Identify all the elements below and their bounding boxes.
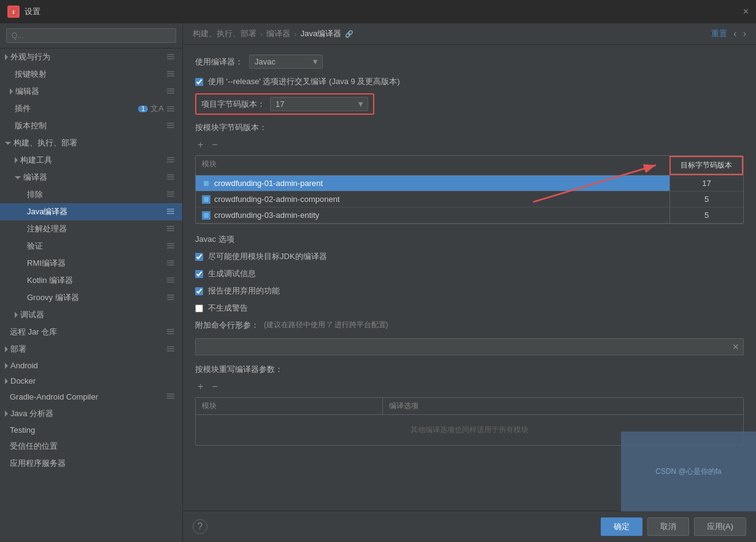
svg-rect-4: [167, 58, 174, 60]
settings-icon-groovy: [166, 293, 175, 303]
svg-rect-12: [167, 109, 174, 110]
svg-rect-32: [167, 243, 174, 244]
svg-rect-40: [167, 282, 174, 283]
sidebar-item-rmi[interactable]: RMI编译器: [0, 255, 182, 272]
sidebar-item-compiler[interactable]: 编译器: [0, 169, 182, 186]
svg-text:I: I: [13, 9, 15, 15]
sidebar-item-deployment[interactable]: 部署: [0, 341, 182, 358]
remove-module-button[interactable]: −: [209, 138, 220, 152]
sidebar-item-debugger[interactable]: 调试器: [0, 306, 182, 323]
use-release-checkbox[interactable]: [195, 78, 203, 86]
sidebar-item-annotation[interactable]: 注解处理器: [0, 220, 182, 238]
sidebar-item-build-tools[interactable]: 构建工具: [0, 152, 182, 169]
add-overwrite-button[interactable]: +: [195, 380, 206, 393]
sidebar-item-label: 受信任的位置: [10, 441, 58, 452]
sidebar-item-label: 外观与行为: [10, 52, 50, 63]
sidebar-item-label: 构建工具: [20, 155, 52, 166]
search-input[interactable]: [6, 28, 176, 43]
sidebar-item-validate[interactable]: 验证: [0, 238, 182, 255]
clear-icon[interactable]: ✕: [732, 342, 739, 352]
apply-button[interactable]: 应用(A): [694, 517, 746, 536]
sidebar-item-label: Gradle-Android Compiler: [10, 392, 98, 401]
sidebar-item-label: Testing: [10, 425, 35, 435]
bytecode-version-box: 项目字节码版本： 17 11 8 ▼: [195, 93, 374, 115]
col-target-header: 目标字节码版本: [669, 156, 743, 175]
svg-rect-42: [167, 296, 174, 298]
sidebar-item-remote-jar[interactable]: 远程 Jar 仓库: [0, 323, 182, 341]
svg-rect-41: [167, 295, 174, 296]
expand-icon: [5, 411, 8, 417]
back-button[interactable]: ‹: [733, 28, 736, 39]
expand-icon: [5, 54, 8, 60]
javac-option-1: 生成调试信息: [195, 268, 744, 279]
table-row[interactable]: crowdfunding-02-admin-component 5: [196, 192, 743, 207]
javac-option-2: 报告使用弃用的功能: [195, 285, 744, 296]
cancel-button[interactable]: 取消: [647, 517, 689, 536]
sidebar-item-appearance[interactable]: 外观与行为: [0, 48, 182, 66]
svg-rect-8: [167, 88, 174, 90]
svg-rect-11: [167, 106, 174, 107]
svg-rect-15: [167, 125, 174, 126]
module-name-cell: crowdfunding-01-admin-parent: [196, 176, 669, 191]
settings-window: I 设置 × 外观与行为: [0, 0, 756, 542]
version-cell: 5: [669, 192, 743, 207]
reset-button[interactable]: 重置: [711, 28, 727, 39]
sidebar-item-vcs[interactable]: 版本控制: [0, 117, 182, 134]
version-cell: 17: [669, 176, 743, 191]
sidebar-item-docker[interactable]: Docker: [0, 373, 182, 389]
bytecode-version-select[interactable]: 17 11 8: [270, 97, 368, 111]
overwrite-toolbar: + −: [195, 380, 744, 393]
sidebar-item-trusted[interactable]: 受信任的位置: [0, 438, 182, 455]
forward-button[interactable]: ›: [743, 28, 746, 39]
sidebar-item-gradle-android[interactable]: Gradle-Android Compiler: [0, 389, 182, 405]
additional-params-label: 附加命令行形参：: [195, 320, 259, 331]
close-button[interactable]: ×: [743, 6, 749, 17]
compiler-select[interactable]: Javac Eclipse: [249, 55, 323, 69]
javac-option-label-2: 报告使用弃用的功能: [208, 285, 280, 296]
sidebar-item-kotlin[interactable]: Kotlin 编译器: [0, 272, 182, 289]
sidebar-item-editor[interactable]: 编辑器: [0, 83, 182, 100]
javac-checkbox-0[interactable]: [195, 253, 203, 261]
sidebar-item-plugins[interactable]: 插件 1 文A: [0, 100, 182, 117]
sidebar-item-label: 部署: [10, 344, 26, 355]
javac-option-label-3: 不生成警告: [208, 303, 248, 314]
javac-checkbox-3[interactable]: [195, 304, 203, 312]
settings-icon-exclude: [166, 190, 175, 200]
breadcrumb-item-2: 编译器: [266, 28, 290, 39]
module-name-cell: crowdfunding-02-admin-component: [196, 192, 669, 207]
sidebar-item-android[interactable]: Android: [0, 358, 182, 373]
sidebar-item-keymap[interactable]: 按键映射: [0, 66, 182, 83]
add-module-button[interactable]: +: [195, 138, 206, 152]
table-row[interactable]: crowdfunding-03-admin-entity 5: [196, 207, 743, 223]
sidebar-item-groovy[interactable]: Groovy 编译器: [0, 289, 182, 306]
sidebar-item-app-server[interactable]: 应用程序服务器: [0, 455, 182, 472]
breadcrumb-item-3: Java编译器: [301, 28, 341, 39]
help-button[interactable]: ?: [193, 519, 207, 534]
compiler-select-wrapper: Javac Eclipse ▼: [249, 55, 323, 69]
overwrite-col1-header: 模块: [196, 398, 382, 414]
svg-rect-26: [167, 209, 174, 210]
watermark-text: CSDN @心是你的fa: [655, 467, 722, 477]
javac-checkbox-1[interactable]: [195, 270, 203, 278]
table-row[interactable]: crowdfunding-01-admin-parent 17: [196, 176, 743, 192]
svg-rect-25: [167, 196, 174, 197]
sidebar-item-label: 按键映射: [15, 69, 47, 80]
settings-icon: [166, 52, 175, 63]
footer: ? 确定 取消 应用(A): [183, 511, 756, 542]
svg-rect-9: [167, 90, 174, 91]
module-table: 模块 目标字节码版本 crowdfunding-01-admin-parent …: [195, 155, 744, 224]
translate-icon: 文A: [150, 103, 164, 114]
sidebar-item-java-compiler[interactable]: Java编译器: [0, 203, 182, 220]
sidebar-item-label: Kotlin 编译器: [27, 275, 73, 286]
sidebar-item-testing[interactable]: Testing: [0, 422, 182, 438]
svg-rect-45: [167, 331, 174, 332]
sidebar-item-build[interactable]: 构建、执行、部署: [0, 134, 182, 152]
javac-checkbox-2[interactable]: [195, 287, 203, 295]
svg-rect-23: [167, 192, 174, 193]
additional-params-input[interactable]: ✕: [195, 338, 744, 355]
sidebar-item-java-analysis[interactable]: Java 分析器: [0, 405, 182, 422]
sidebar-item-exclude[interactable]: 排除: [0, 186, 182, 203]
sidebar-item-label: 远程 Jar 仓库: [10, 327, 57, 338]
ok-button[interactable]: 确定: [601, 517, 642, 536]
remove-overwrite-button[interactable]: −: [209, 380, 220, 393]
